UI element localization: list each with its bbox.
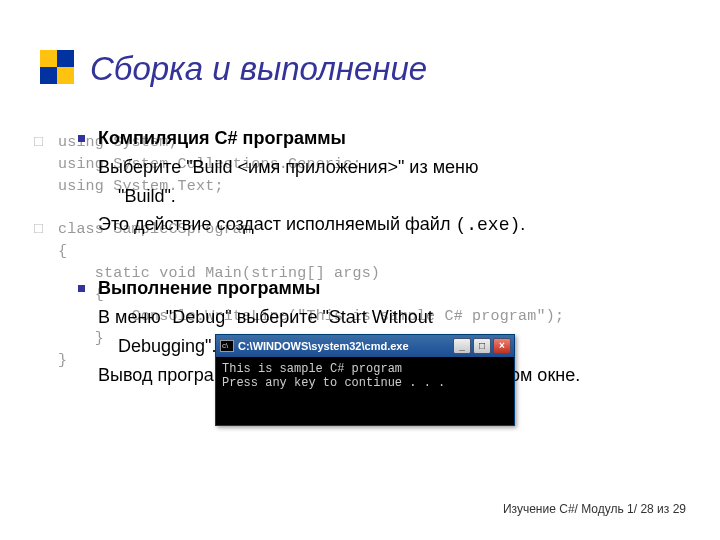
- accent-logo: [40, 50, 74, 84]
- text-line: "Build".: [78, 184, 678, 209]
- minimize-button[interactable]: _: [453, 338, 471, 354]
- text-line: В меню "Debug" выберите "Start Without: [78, 305, 678, 330]
- slide-title: Сборка и выполнение: [90, 50, 427, 88]
- section-heading-1: Компиляция C# программы: [78, 126, 678, 151]
- cmd-output: This is sample C# program Press any key …: [216, 357, 514, 425]
- cmd-window: c\ C:\WINDOWS\system32\cmd.exe _ □ × Thi…: [215, 334, 515, 426]
- text-line: Это действие создаст исполняемый файл (.…: [78, 212, 678, 238]
- slide-footer: Изучение C#/ Модуль 1/ 28 из 29: [503, 502, 686, 516]
- text-line: Выберите "Build <имя приложения>" из мен…: [78, 155, 678, 180]
- cmd-title-text: C:\WINDOWS\system32\cmd.exe: [238, 340, 453, 352]
- cmd-icon: c\: [220, 340, 234, 352]
- section-heading-2: Выполнение программы: [78, 276, 678, 301]
- close-button[interactable]: ×: [493, 338, 511, 354]
- cmd-titlebar: c\ C:\WINDOWS\system32\cmd.exe _ □ ×: [216, 335, 514, 357]
- maximize-button[interactable]: □: [473, 338, 491, 354]
- slide: Сборка и выполнение □using System; using…: [0, 0, 720, 540]
